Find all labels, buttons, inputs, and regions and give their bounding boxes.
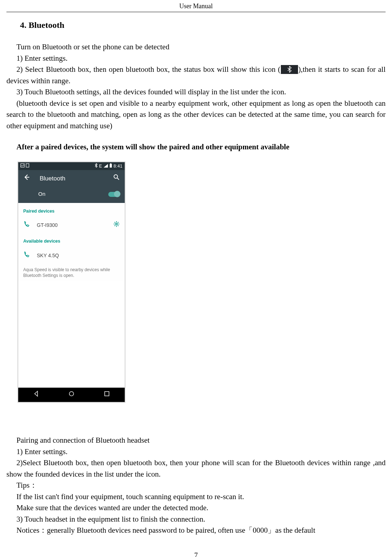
nav-home-icon[interactable] (68, 390, 75, 399)
available-device-row[interactable]: SKY 4.5Q (18, 248, 125, 263)
bluetooth-status-icon (281, 65, 298, 74)
intro-line: Turn on Bluetooth or set the phone can b… (6, 41, 386, 53)
bold-line: After a paired devices, the system will … (6, 141, 386, 153)
doc-icon (26, 163, 29, 169)
status-time: 8:41 (114, 163, 123, 169)
status-bar: E 8:41 (18, 162, 125, 170)
svg-point-6 (69, 392, 74, 396)
phone-icon (23, 251, 30, 260)
phone-icon (23, 221, 30, 229)
nav-recent-icon[interactable] (103, 390, 110, 399)
signal-type: E (99, 163, 102, 169)
image-icon (20, 163, 25, 169)
nav-bar (18, 388, 125, 402)
paired-device-name: GT-I9300 (37, 222, 58, 229)
bt-note: (bluetooth device is set open and visibl… (6, 99, 386, 130)
step-1: 1) Enter settings. (6, 53, 386, 64)
battery-icon (109, 163, 112, 169)
section-heading: 4. Bluetooth (20, 19, 386, 31)
tips-label: Tips： (6, 480, 386, 491)
phone-screenshot: E 8:41 Bluetooth On Paired devices GT-I9… (18, 161, 125, 403)
notices-line: Notices：generally Bluetooth devices need… (16, 526, 315, 534)
paired-header: Paired devices (18, 203, 125, 218)
available-device-name: SKY 4.5Q (37, 252, 59, 259)
bluetooth-icon (95, 163, 98, 169)
pairing-title: Pairing and connection of Bluetooth head… (6, 435, 386, 446)
gear-icon[interactable] (113, 221, 120, 229)
svg-rect-7 (105, 392, 109, 396)
page-number: 7 (6, 550, 386, 557)
step-3: 3) Touch Bluetooth settings, all the dev… (6, 86, 386, 98)
tip-2: Make sure that the devices wanted are un… (6, 502, 386, 514)
svg-rect-2 (110, 164, 112, 168)
nav-back-icon[interactable] (33, 390, 40, 399)
app-bar: Bluetooth (18, 170, 125, 187)
tip-1: If the list can't find your equipment, t… (6, 491, 386, 503)
on-toggle-row[interactable]: On (18, 187, 125, 203)
toggle-switch[interactable] (108, 192, 120, 197)
pairing-step-3: 3) Touch headset in the equipment list t… (6, 514, 386, 525)
svg-rect-0 (21, 164, 24, 167)
signal-icon (104, 163, 108, 169)
svg-rect-1 (26, 164, 29, 167)
app-bar-title: Bluetooth (40, 174, 65, 183)
svg-point-5 (116, 223, 118, 225)
back-icon[interactable] (23, 174, 30, 183)
svg-point-4 (114, 175, 118, 178)
pairing-step-1: 1) Enter settings. (6, 446, 386, 458)
visibility-note: Aqua Speed is visible to nearby devices … (18, 263, 125, 281)
step-2a: 2) Select Bluetooth box, then open bluet… (16, 65, 281, 74)
page-header: User Manual (6, 0, 386, 12)
pairing-step-2: 2)Select Bluetooth box, then open blueto… (6, 458, 386, 478)
search-icon[interactable] (113, 174, 120, 183)
svg-rect-3 (110, 163, 111, 164)
available-header: Available devices (18, 233, 125, 248)
on-label: On (38, 190, 45, 198)
paired-device-row[interactable]: GT-I9300 (18, 217, 125, 233)
